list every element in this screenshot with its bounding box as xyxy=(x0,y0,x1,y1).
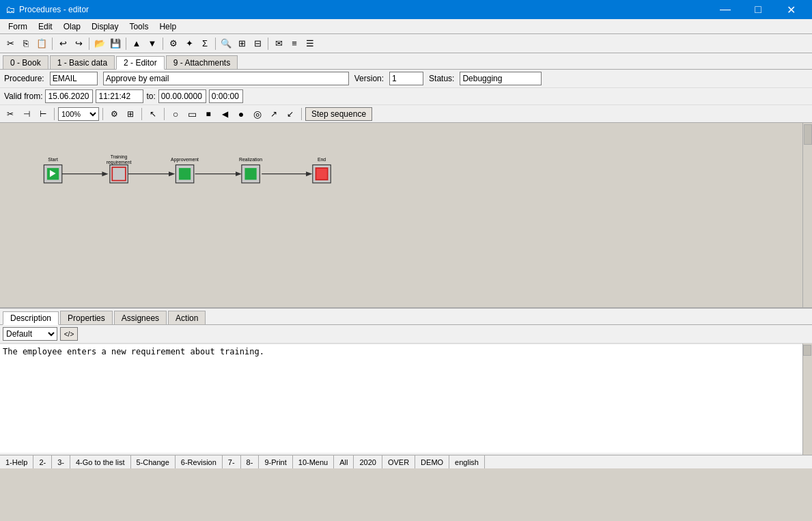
format-dropdown[interactable]: Default xyxy=(3,327,57,341)
svg-rect-13 xyxy=(179,168,191,180)
valid-to-time[interactable] xyxy=(209,89,243,103)
canvas-area: Start Training requirement Approvement R… xyxy=(0,123,812,307)
maximize-button[interactable]: □ xyxy=(742,0,774,19)
svg-rect-8 xyxy=(110,165,128,182)
valid-from-time[interactable] xyxy=(96,89,143,103)
tab-basic-data[interactable]: 1 - Basic data xyxy=(50,55,115,69)
menu-display[interactable]: Display xyxy=(86,19,124,34)
tab-properties[interactable]: Properties xyxy=(60,311,113,324)
status-f6[interactable]: 6-Revision xyxy=(176,455,223,468)
code-button[interactable]: </> xyxy=(60,327,78,341)
menu-edit[interactable]: Edit xyxy=(33,19,58,34)
version-input[interactable] xyxy=(389,72,423,85)
status-f5[interactable]: 5-Change xyxy=(131,455,176,468)
indent-right-btn[interactable]: ⊢ xyxy=(36,107,51,121)
valid-from-date[interactable] xyxy=(45,89,93,103)
svg-text:Approvement: Approvement xyxy=(171,157,199,163)
title-bar: 🗂 Procedures - editor — □ ✕ xyxy=(0,0,812,19)
svg-marker-6 xyxy=(50,170,56,177)
sigma-button[interactable]: Σ xyxy=(197,36,212,51)
email-button[interactable]: ✉ xyxy=(271,36,286,51)
status-f10[interactable]: 10-Menu xyxy=(293,455,334,468)
sep6 xyxy=(268,38,268,50)
arrow-nw-btn[interactable]: ↙ xyxy=(283,107,298,121)
indent-left-btn[interactable]: ⊣ xyxy=(19,107,34,121)
diamond-btn[interactable]: ◀ xyxy=(217,107,232,121)
zoom-select[interactable]: 100% 75% 150% xyxy=(58,107,99,121)
config-btn[interactable]: ⚙ xyxy=(107,107,122,121)
status-label: Status: xyxy=(429,74,454,83)
menu-help[interactable]: Help xyxy=(154,19,182,34)
rect-btn[interactable]: ▭ xyxy=(184,107,199,121)
status-over: OVER xyxy=(382,455,415,468)
filter-button[interactable]: ⊟ xyxy=(250,36,265,51)
arrow-down-button[interactable]: ▼ xyxy=(145,36,160,51)
arrow-up-button[interactable]: ▲ xyxy=(129,36,144,51)
menu-olap[interactable]: Olap xyxy=(58,19,86,34)
status-f3[interactable]: 3- xyxy=(52,455,70,468)
redo-button[interactable]: ↪ xyxy=(71,36,86,51)
tab-assignees[interactable]: Assignees xyxy=(114,311,167,324)
svg-text:Training: Training xyxy=(111,154,128,160)
cut-button[interactable]: ✂ xyxy=(3,36,18,51)
circle2-btn[interactable]: ◎ xyxy=(250,107,265,121)
status-f7[interactable]: 7- xyxy=(223,455,241,468)
svg-rect-4 xyxy=(44,165,61,182)
procedure-label: Procedure: xyxy=(4,74,44,83)
status-f8[interactable]: 8- xyxy=(241,455,260,468)
paste-button[interactable]: 📋 xyxy=(34,36,49,51)
valid-to-date[interactable] xyxy=(158,89,206,103)
tab-action[interactable]: Action xyxy=(168,311,206,324)
svg-rect-15 xyxy=(242,165,260,182)
menu-icon-button[interactable]: ☰ xyxy=(303,36,318,51)
oval-btn[interactable]: ● xyxy=(234,107,249,121)
sep-e2 xyxy=(102,108,103,120)
procedure-row: Procedure: Version: Status: xyxy=(0,70,812,88)
bottom-panel: Description Properties Assignees Action … xyxy=(0,307,812,455)
textarea-scrollbar[interactable] xyxy=(802,343,812,455)
status-f1[interactable]: 1-Help xyxy=(0,455,33,468)
minimize-button[interactable]: — xyxy=(710,0,741,19)
copy-button[interactable]: ⎘ xyxy=(18,36,33,51)
tool2[interactable]: ✦ xyxy=(182,36,197,51)
scrollbar-thumb[interactable] xyxy=(804,124,812,145)
tool1[interactable]: ⚙ xyxy=(166,36,181,51)
menu-tools[interactable]: Tools xyxy=(124,19,154,34)
tab-editor[interactable]: 2 - Editor xyxy=(116,56,165,70)
grid-btn[interactable]: ⊞ xyxy=(123,107,138,121)
undo-button[interactable]: ↩ xyxy=(55,36,70,51)
status-input[interactable] xyxy=(460,72,542,85)
list-button[interactable]: ≡ xyxy=(287,36,302,51)
sep-e4 xyxy=(164,108,165,120)
sep-e1 xyxy=(54,108,55,120)
open-button[interactable]: 📂 xyxy=(92,36,107,51)
status-lang: english xyxy=(449,455,485,468)
app-icon: 🗂 xyxy=(5,4,15,15)
find-button[interactable]: ⊞ xyxy=(234,36,249,51)
search-button[interactable]: 🔍 xyxy=(219,36,234,51)
menu-form[interactable]: Form xyxy=(3,19,33,34)
square-btn[interactable]: ■ xyxy=(201,107,216,121)
sep-e5 xyxy=(301,108,302,120)
cut-editor-btn[interactable]: ✂ xyxy=(3,107,18,121)
textarea-scrollbar-thumb[interactable] xyxy=(803,345,811,356)
circle-btn[interactable]: ○ xyxy=(168,107,183,121)
procedure-name-input[interactable] xyxy=(103,72,349,85)
status-f4[interactable]: 4-Go to the list xyxy=(70,455,131,468)
scrollbar-v[interactable] xyxy=(802,123,812,307)
tab-book[interactable]: 0 - Book xyxy=(3,55,48,69)
description-textarea[interactable]: The employee enters a new requirement ab… xyxy=(0,343,812,453)
procedure-code-input[interactable] xyxy=(50,72,98,85)
svg-rect-9 xyxy=(112,167,126,181)
status-f9[interactable]: 9-Print xyxy=(259,455,292,468)
tab-description[interactable]: Description xyxy=(3,311,59,325)
arrow-ne-btn[interactable]: ↗ xyxy=(266,107,281,121)
status-f2[interactable]: 2- xyxy=(33,455,52,468)
cursor-btn[interactable]: ↖ xyxy=(145,107,160,121)
tab-attachments[interactable]: 9 - Attachments xyxy=(166,55,238,69)
step-sequence-button[interactable]: Step sequence xyxy=(305,107,372,121)
sep4 xyxy=(163,38,163,50)
save-button[interactable]: 💾 xyxy=(108,36,123,51)
status-all: All xyxy=(334,455,354,468)
close-button[interactable]: ✕ xyxy=(775,0,807,19)
